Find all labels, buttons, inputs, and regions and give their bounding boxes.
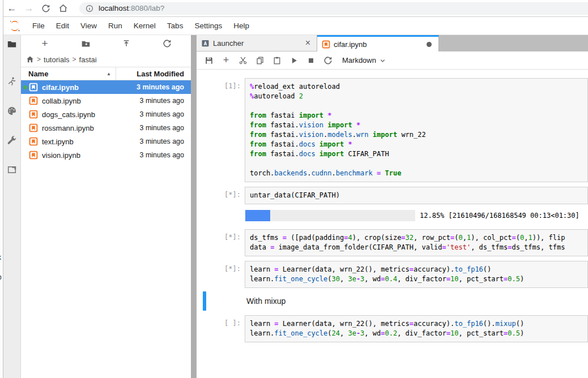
insert-cell-button[interactable]: + xyxy=(218,53,235,68)
breadcrumb-item-tutorials[interactable]: tutorials xyxy=(44,55,70,64)
tab-close-button[interactable]: × xyxy=(304,38,312,48)
column-header-name[interactable]: Name ▲ xyxy=(21,67,116,80)
code-line: untar_data(CIFAR_PATH) xyxy=(250,191,583,200)
browser-forward-button[interactable]: → xyxy=(20,1,37,16)
markdown-cell[interactable]: With mixup xyxy=(197,293,588,310)
menu-item-tabs[interactable]: Tabs xyxy=(161,17,189,35)
url-bar[interactable]: localhost:8080/lab? xyxy=(79,2,588,15)
menu-item-run[interactable]: Run xyxy=(103,17,128,35)
notebook-file-icon xyxy=(29,83,38,92)
menu-item-view[interactable]: View xyxy=(75,17,103,35)
cut-cells-icon xyxy=(238,56,248,65)
settings-wrench-icon[interactable] xyxy=(6,135,18,146)
run-cell-icon xyxy=(289,56,299,65)
markdown-text[interactable]: With mixup xyxy=(246,297,286,306)
paste-cells-button[interactable] xyxy=(269,53,286,68)
settings-wrench-glyph xyxy=(7,135,17,145)
menu-item-help[interactable]: Help xyxy=(228,17,255,35)
code-line: %autoreload 2 xyxy=(250,92,583,101)
new-folder-button[interactable] xyxy=(80,38,91,49)
output-gutter xyxy=(197,210,245,221)
column-header-modified[interactable]: Last Modified xyxy=(116,70,191,78)
copy-cells-icon xyxy=(255,56,265,65)
notebook-file-icon xyxy=(29,110,38,119)
code-line: torch.backends.cudnn.benchmark = True xyxy=(250,169,583,178)
file-name: text.ipynb xyxy=(42,138,139,146)
insert-cell-icon: + xyxy=(223,54,229,66)
paste-cells-icon xyxy=(272,56,282,65)
file-modified: 3 minutes ago xyxy=(139,110,191,118)
panel-divider[interactable] xyxy=(191,35,197,378)
restart-kernel-icon xyxy=(323,56,333,65)
file-row[interactable]: vision.ipynb3 minutes ago xyxy=(21,148,191,162)
unsaved-changes-dot[interactable] xyxy=(427,42,432,47)
file-browser-glyph xyxy=(7,39,17,49)
code-cell: [1]:%reload_ext autoreload%autoreload 2 … xyxy=(197,78,588,182)
file-name: collab.ipynb xyxy=(42,97,139,105)
jupyterlab-window: kbl ← → localhost:8080/lab? xyxy=(0,0,588,378)
menu-item-kernel[interactable]: Kernel xyxy=(128,17,161,35)
file-row[interactable]: cifar.ipynb3 minutes ago xyxy=(21,80,191,94)
home-icon[interactable] xyxy=(26,55,34,63)
tab-label: Launcher xyxy=(213,39,304,48)
file-name: vision.ipynb xyxy=(42,151,139,160)
launcher-icon xyxy=(201,39,210,48)
code-line xyxy=(250,159,583,169)
chevron-down-icon xyxy=(380,58,386,64)
file-modified: 3 minutes ago xyxy=(139,151,191,159)
tab-cifar-ipynb[interactable]: cifar.ipynb xyxy=(317,35,439,51)
browser-refresh-button[interactable] xyxy=(37,1,54,16)
code-line: from fastai.vision.models.wrn import wrn… xyxy=(250,130,583,140)
file-name: dogs_cats.ipynb xyxy=(42,110,139,119)
file-name: rossmann.ipynb xyxy=(42,124,139,132)
browser-home-button[interactable] xyxy=(54,1,71,16)
cut-cells-button[interactable] xyxy=(235,53,252,68)
notebook-file-icon xyxy=(29,96,38,105)
code-editor[interactable]: untar_data(CIFAR_PATH) xyxy=(245,187,588,204)
menu-item-settings[interactable]: Settings xyxy=(189,17,228,35)
file-browser-icon[interactable] xyxy=(6,38,18,50)
menu-item-file[interactable]: File xyxy=(27,17,50,35)
file-row[interactable]: rossmann.ipynb3 minutes ago xyxy=(21,121,191,135)
browser-toolbar: ← → localhost:8080/lab? xyxy=(3,0,588,17)
file-modified: 3 minutes ago xyxy=(139,138,191,145)
notebook-icon xyxy=(322,40,330,49)
restart-kernel-button[interactable] xyxy=(319,53,336,68)
browser-back-button[interactable]: ← xyxy=(3,1,20,16)
upload-button[interactable] xyxy=(121,38,132,49)
code-editor[interactable]: ds_tfms = ([pad(padding=4), crop(size=32… xyxy=(245,229,588,256)
tab-launcher[interactable]: Launcher× xyxy=(197,35,317,51)
copy-cells-button[interactable] xyxy=(252,53,269,68)
code-line: learn = Learner(data, wrn_22(), metrics=… xyxy=(250,319,583,329)
code-line: learn.fit_one_cycle(30, 3e-3, wd=0.4, di… xyxy=(250,274,583,284)
upload-icon xyxy=(122,39,131,48)
file-row[interactable]: collab.ipynb3 minutes ago xyxy=(21,94,191,108)
command-palette-icon[interactable] xyxy=(6,105,18,117)
execution-prompt: [*]: xyxy=(197,229,245,256)
breadcrumb-item-fastai[interactable]: fastai xyxy=(79,55,97,64)
breadcrumb-separator: > xyxy=(37,55,41,63)
execution-prompt: [*]: xyxy=(197,187,245,204)
tabbar-empty-space xyxy=(439,35,588,51)
running-sessions-icon[interactable] xyxy=(6,76,18,87)
code-line: %reload_ext autoreload xyxy=(250,82,583,92)
progress-label: 12.85% [21610496/168168549 00:13<01:30] xyxy=(420,210,580,221)
code-line: from fastai import * xyxy=(250,111,583,121)
refresh-icon xyxy=(41,4,50,13)
refresh-button[interactable] xyxy=(161,38,173,49)
url-path: :8080/lab? xyxy=(129,4,164,12)
cell-type-dropdown[interactable]: Markdown xyxy=(342,56,386,65)
code-editor[interactable]: learn = Learner(data, wrn_22(), metrics=… xyxy=(245,261,588,288)
new-launcher-button[interactable]: + xyxy=(39,38,50,49)
notebook-cells: [1]:%reload_ext autoreload%autoreload 2 … xyxy=(197,70,588,378)
open-tabs-icon[interactable] xyxy=(6,164,18,175)
document-tabbar: Launcher×cifar.ipynb xyxy=(197,35,588,51)
file-row[interactable]: text.ipynb3 minutes ago xyxy=(21,135,191,148)
menu-item-edit[interactable]: Edit xyxy=(50,17,75,35)
save-button[interactable] xyxy=(201,53,218,68)
stop-kernel-button[interactable] xyxy=(302,53,319,68)
run-cell-button[interactable] xyxy=(286,53,302,68)
code-editor[interactable]: learn = Learner(data, wrn_22(), metrics=… xyxy=(245,315,588,342)
code-editor[interactable]: %reload_ext autoreload%autoreload 2 from… xyxy=(245,78,588,182)
file-row[interactable]: dogs_cats.ipynb3 minutes ago xyxy=(21,108,191,121)
